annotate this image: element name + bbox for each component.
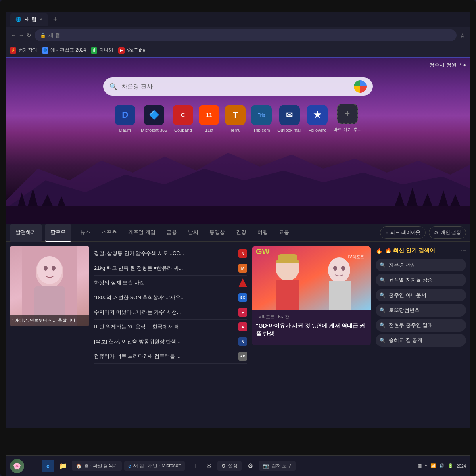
start-button[interactable]: 🌸: [10, 459, 24, 473]
app-add-icon: +: [337, 104, 358, 124]
cat-tab-follow[interactable]: 팔로우: [45, 224, 71, 242]
settings-icon: ⚙: [434, 230, 438, 236]
news-item-4[interactable]: 수지마저 떠났다...'나라는 가수' 시청... ●: [94, 305, 247, 320]
tab-close-button[interactable]: ×: [40, 17, 42, 22]
svg-point-27: [341, 266, 345, 271]
cat-tab-casual[interactable]: 캐주얼 게임: [123, 224, 161, 242]
cat-tab-health[interactable]: 건강: [230, 224, 252, 242]
new-tab-button[interactable]: +: [50, 15, 61, 24]
cat-tab-transport[interactable]: 교통: [273, 224, 295, 242]
trending-item-1[interactable]: 🔍 윤석열 지지율 상승: [376, 274, 466, 286]
taskbar-network-icon[interactable]: 📶: [430, 463, 436, 468]
trending-text-2: 홍주연 아나운서: [389, 292, 426, 299]
search-bar-container[interactable]: 🔍 차은경 판사: [103, 77, 373, 96]
cat-tab-video[interactable]: 동영상: [204, 224, 230, 242]
app-outlook-icon: ✉: [279, 105, 300, 125]
app-temu-label: Temu: [230, 128, 241, 132]
news-item-1[interactable]: 21kg 빼고 반쪽 된 정형돈 ♥한유라 싸... M: [94, 261, 247, 276]
trending-item-2[interactable]: 🔍 홍주연 아나운서: [376, 289, 466, 301]
iu-image[interactable]: ' 아이유, 연초부터 식..."축합니다": [10, 246, 89, 326]
taskbar-sound-icon[interactable]: 🔊: [439, 463, 445, 468]
forward-button[interactable]: →: [19, 32, 24, 38]
bookmark-danawa[interactable]: d 다나와: [91, 47, 113, 54]
app-tripcom-label: Trip.com: [253, 128, 270, 132]
news-card-image: GW TV리포트: [252, 246, 371, 310]
trending-title: 🔥 🔥 최신 인기 검색어: [376, 247, 435, 254]
search-input[interactable]: 차은경 판사: [121, 83, 350, 90]
cat-tab-discover[interactable]: 발견하기: [10, 224, 42, 242]
bookmark-youtube[interactable]: ▶ YouTube: [118, 47, 145, 54]
taskbar-file-explorer[interactable]: 🏠 홈 · 파일 탐색기: [72, 461, 122, 471]
cat-tab-sports[interactable]: 스포츠: [96, 224, 123, 242]
taskbar-files[interactable]: 📁: [57, 460, 69, 472]
news-item-6[interactable]: [속보] 헌재, 이진숙 방통위원장 탄핵... N: [94, 334, 247, 349]
taskbar-chevron[interactable]: ^: [425, 464, 427, 468]
address-bar-row: ← → ↻ 🔒 새 탭 ☆: [6, 27, 470, 44]
news-badge-5: ●: [238, 322, 247, 331]
google-icon[interactable]: [354, 80, 367, 93]
news-text-1: 21kg 빼고 반쪽 된 정형돈 ♥한유라 싸...: [94, 265, 235, 272]
news-item-5[interactable]: 비만 억제하는 '이 음식'... 한국에서 제... ●: [94, 320, 247, 334]
cat-tab-travel[interactable]: 여행: [252, 224, 273, 242]
news-card-title: "GD·아이유가 사귄 것"..연에 게서 역대급 커플 탄생: [256, 322, 367, 338]
bookmark-label-bungae: 번개장터: [18, 47, 37, 54]
bookmarks-bar: ⚡ 번개장터 🔵 애니펀섭표 2024 d 다나와 ▶ YouTube: [6, 44, 470, 56]
trending-sidebar: 🔥 🔥 최신 인기 검색어 ··· 🔍 차은경 판사 🔍 윤석열 지지율 상승: [371, 246, 466, 428]
bookmark-label-danawa: 다나와: [99, 47, 113, 54]
news-badge-3: SC: [238, 293, 247, 302]
taskbar-settings-icon[interactable]: ⚙: [244, 460, 257, 472]
bookmark-icon-bungae: ⚡: [10, 47, 16, 54]
taskbar-edge[interactable]: e: [42, 460, 54, 472]
app-temu[interactable]: T Temu: [225, 105, 246, 132]
taskbar-browser[interactable]: e 새 탭 · 개인 · Microsoft: [124, 461, 185, 471]
app-following[interactable]: ★ Following: [307, 105, 328, 132]
news-item-7[interactable]: 컴퓨터가 너무 느리다? 새 컴퓨터들 ... AD: [94, 349, 247, 364]
taskbar-windows[interactable]: ⊞: [187, 460, 200, 472]
app-tripcom[interactable]: Trip Trip.com: [251, 105, 272, 132]
personal-settings-button[interactable]: ⚙ 개인 설정: [429, 226, 466, 239]
trending-more-button[interactable]: ···: [460, 246, 466, 255]
news-item-2[interactable]: 화성의 실제 모습 사진: [94, 276, 247, 290]
news-text-0: 경찰, 삼청동 안가 압수수색 시도...CC...: [94, 250, 235, 257]
trending-item-5[interactable]: 🔍 송혜교 집 공개: [376, 334, 466, 347]
bookmark-bungaejangter[interactable]: ⚡ 번개장터: [10, 47, 37, 54]
news-item-3[interactable]: '1800억 거절한 SON 후회할까'..."사우... SC: [94, 290, 247, 305]
tab-bar: 🌐 새 탭 × +: [6, 12, 470, 27]
app-daum[interactable]: D Daum: [115, 105, 135, 132]
taskbar-widgets[interactable]: □: [27, 460, 39, 472]
trending-item-3[interactable]: 🔍 로또당첨번호: [376, 304, 466, 317]
address-bar[interactable]: 🔒 새 탭: [35, 29, 457, 41]
active-tab[interactable]: 🌐 새 탭 ×: [10, 13, 48, 26]
back-button[interactable]: ←: [11, 32, 16, 38]
app-ms365-icon: 🔷: [144, 105, 164, 125]
news-center-list: 경찰, 삼청동 안가 압수수색 시도...CC... N 21kg 빼고 반쪽 …: [89, 246, 252, 428]
trending-item-4[interactable]: 🔍 전현무 홍주연 열애: [376, 319, 466, 332]
app-add-shortcut[interactable]: + 바로 가기 추...: [333, 104, 361, 132]
news-item-0[interactable]: 경찰, 삼청동 안가 압수수색 시도...CC... N: [94, 246, 247, 261]
app-outlook[interactable]: ✉ Outlook mail: [277, 105, 301, 132]
taskbar-system-tray: ▦ ^ 📶 🔊 🔋 2024: [418, 463, 466, 468]
feed-layout-button[interactable]: ≡ 피드 레이아웃: [380, 226, 425, 239]
cat-tab-news[interactable]: 뉴스: [75, 224, 96, 242]
taskbar: 🌸 □ e 📁 🏠 홈 · 파일 탐색기 e 새 탭 · 개인 · Micros…: [6, 455, 470, 476]
app-coupang[interactable]: C Coupang: [173, 105, 193, 132]
news-badge-4: ●: [238, 308, 247, 317]
cat-tab-finance[interactable]: 금융: [161, 224, 182, 242]
trending-item-0[interactable]: 🔍 차은경 판사: [376, 259, 466, 271]
taskbar-settings[interactable]: ⚙ 설정: [217, 461, 242, 471]
app-ms365[interactable]: 🔷 Microsoft 365: [141, 105, 167, 132]
reload-button[interactable]: ↻: [27, 32, 31, 38]
taskbar-mail[interactable]: ✉: [202, 460, 215, 472]
app-following-icon: ★: [307, 105, 328, 125]
app-11st[interactable]: 11 11st: [199, 105, 219, 132]
bookmark-anime[interactable]: 🔵 애니펀섭표 2024: [42, 47, 86, 54]
location-badge: 청주시 청원구 ●: [429, 61, 466, 69]
bookmark-label-anime: 애니펀섭표 2024: [50, 47, 86, 54]
app-icons-row: D Daum 🔷 Microsoft 365 C C: [115, 104, 361, 132]
news-card-main[interactable]: GW TV리포트: [252, 246, 371, 345]
cat-tab-weather[interactable]: 날씨: [182, 224, 204, 242]
star-button[interactable]: ☆: [460, 32, 465, 39]
taskbar-capture[interactable]: 📷 캡처 도구: [259, 461, 296, 471]
news-card-body: TV리포트 · 6시간 "GD·아이유가 사귄 것"..연에 게서 역대급 커플…: [252, 310, 371, 342]
svg-rect-22: [276, 280, 299, 310]
